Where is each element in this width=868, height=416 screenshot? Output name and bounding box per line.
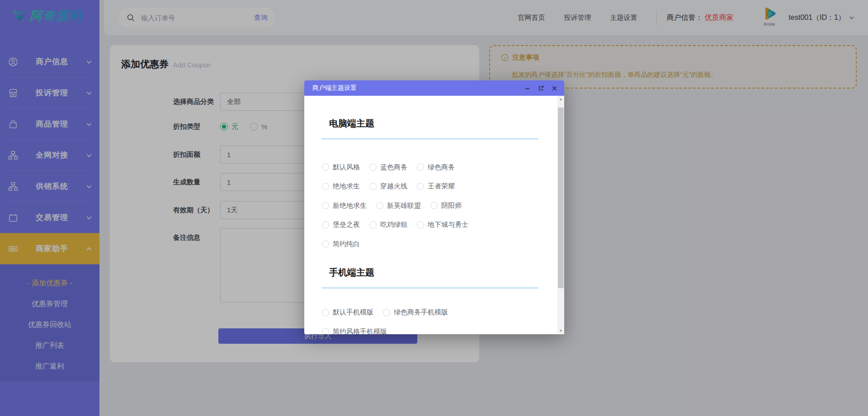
radio-unchecked-icon <box>322 164 329 171</box>
theme-radio-label: 蓝色商务 <box>380 163 407 172</box>
radio-unchecked-icon <box>369 221 377 229</box>
theme-option-row: 新绝地求生 新英雄联盟 阴阳师 <box>322 196 543 215</box>
theme-option-row: 默认风格 蓝色商务 绿色商务 <box>322 158 543 177</box>
modal-scrollbar[interactable]: ▲ ▼ <box>557 96 564 334</box>
theme-radio-label: 穿越火线 <box>380 182 407 191</box>
heading-underline <box>322 288 538 288</box>
theme-settings-dialog: 商户端主题设置 电脑端主题 默认风格 蓝色商务 绿色商务 <box>304 80 564 334</box>
theme-radio-label: 默认风格 <box>333 163 360 172</box>
radio-unchecked-icon <box>322 221 329 229</box>
theme-radio-new-lol[interactable]: 新英雄联盟 <box>376 201 421 210</box>
radio-unchecked-icon <box>417 164 424 171</box>
radio-unchecked-icon <box>322 328 329 334</box>
radio-unchecked-icon <box>369 164 377 171</box>
theme-radio-default-mobile[interactable]: 默认手机模版 <box>322 308 373 317</box>
dialog-titlebar[interactable]: 商户端主题设置 <box>304 80 564 96</box>
theme-radio-label: 堡垒之夜 <box>333 220 360 229</box>
theme-radio-dnf[interactable]: 地下城与勇士 <box>417 220 468 229</box>
theme-option-row: 简约风格手机模版 <box>322 322 543 334</box>
theme-radio-chicken-green[interactable]: 吃鸡绿狙 <box>369 220 407 229</box>
theme-radio-label: 绝地求生 <box>333 182 360 191</box>
theme-radio-new-pubg[interactable]: 新绝地求生 <box>322 201 367 210</box>
mobile-theme-heading: 手机端主题 <box>329 266 543 278</box>
dialog-title: 商户端主题设置 <box>312 84 517 92</box>
theme-radio-label: 默认手机模版 <box>333 308 373 317</box>
scrollbar-thumb[interactable] <box>558 108 564 288</box>
radio-unchecked-icon <box>417 221 424 229</box>
theme-radio-simple-mobile[interactable]: 简约风格手机模版 <box>322 327 387 334</box>
theme-radio-label: 吃鸡绿狙 <box>380 220 407 229</box>
scroll-down-arrow-icon[interactable]: ▼ <box>557 327 564 334</box>
theme-radio-label: 新绝地求生 <box>333 201 367 210</box>
theme-option-row: 绝地求生 穿越火线 王者荣耀 <box>322 177 543 196</box>
radio-unchecked-icon <box>322 240 329 248</box>
theme-radio-pubg[interactable]: 绝地求生 <box>322 182 360 191</box>
theme-option-row: 简约纯白 <box>322 234 543 254</box>
radio-unchecked-icon <box>383 309 390 316</box>
pc-theme-options: 默认风格 蓝色商务 绿色商务 绝地求生 穿越火线 王者荣耀 新绝地求生 新英雄联… <box>322 158 543 254</box>
theme-radio-fortnite[interactable]: 堡垒之夜 <box>322 220 360 229</box>
dialog-content: 电脑端主题 默认风格 蓝色商务 绿色商务 绝地求生 穿越火线 王者荣耀 新绝地求… <box>304 117 564 334</box>
theme-radio-simple-white[interactable]: 简约纯白 <box>322 240 360 248</box>
theme-radio-blue-business[interactable]: 蓝色商务 <box>369 163 407 172</box>
maximize-icon[interactable] <box>538 85 544 92</box>
radio-unchecked-icon <box>430 202 438 209</box>
app-screen: 阿奇源码 商户信息 投诉管理 <box>0 0 868 416</box>
theme-radio-green-business[interactable]: 绿色商务 <box>417 163 455 172</box>
theme-radio-label: 地下城与勇士 <box>428 220 468 229</box>
radio-unchecked-icon <box>417 183 424 190</box>
theme-radio-crossfire[interactable]: 穿越火线 <box>369 182 407 191</box>
theme-radio-green-business-mobile[interactable]: 绿色商务手机模版 <box>383 308 448 317</box>
theme-radio-label: 简约纯白 <box>333 240 360 248</box>
radio-unchecked-icon <box>376 202 383 209</box>
minimize-icon[interactable] <box>524 85 531 92</box>
theme-radio-onmyoji[interactable]: 阴阳师 <box>430 201 462 210</box>
theme-radio-label: 王者荣耀 <box>428 182 455 191</box>
radio-unchecked-icon <box>322 309 329 316</box>
radio-unchecked-icon <box>369 183 377 190</box>
heading-underline <box>322 139 538 139</box>
radio-unchecked-icon <box>322 202 329 209</box>
theme-option-row: 堡垒之夜 吃鸡绿狙 地下城与勇士 <box>322 215 543 235</box>
theme-radio-default[interactable]: 默认风格 <box>322 163 360 172</box>
theme-radio-kings-glory[interactable]: 王者荣耀 <box>417 182 455 191</box>
theme-radio-label: 绿色商务 <box>428 163 455 172</box>
dialog-body: 电脑端主题 默认风格 蓝色商务 绿色商务 绝地求生 穿越火线 王者荣耀 新绝地求… <box>304 96 564 334</box>
scroll-up-arrow-icon[interactable]: ▲ <box>557 96 564 103</box>
theme-radio-label: 绿色商务手机模版 <box>394 308 448 317</box>
close-icon[interactable] <box>551 85 558 92</box>
radio-unchecked-icon <box>322 183 329 190</box>
theme-radio-label: 简约风格手机模版 <box>333 327 387 334</box>
theme-radio-label: 阴阳师 <box>441 201 462 210</box>
pc-theme-heading: 电脑端主题 <box>329 117 543 129</box>
theme-radio-label: 新英雄联盟 <box>387 201 421 210</box>
theme-option-row: 默认手机模版 绿色商务手机模版 <box>322 303 543 323</box>
mobile-theme-options: 默认手机模版 绿色商务手机模版 简约风格手机模版 <box>322 303 543 335</box>
